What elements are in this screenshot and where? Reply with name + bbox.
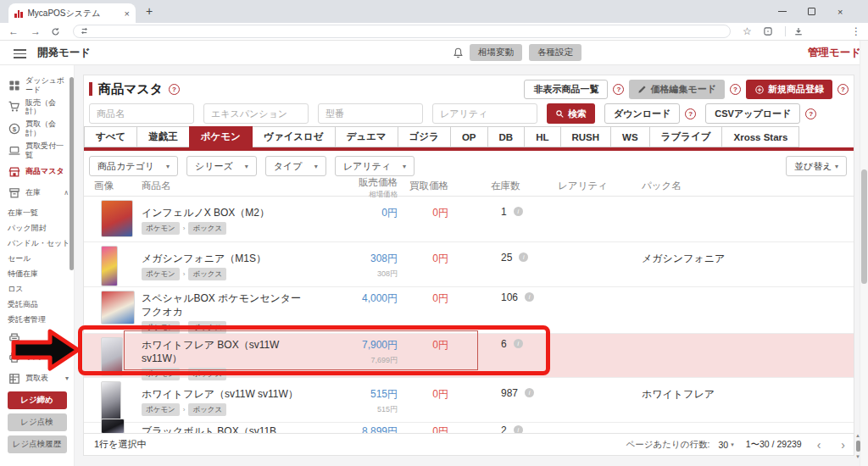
- sidebar-subitem[interactable]: 在庫一覧: [0, 205, 74, 220]
- sidebar-subitem[interactable]: 委託者管理: [0, 312, 74, 327]
- maximize-icon[interactable]: [808, 8, 815, 15]
- table-row[interactable]: ホワイトフレア BOX（sv11W sv11W）ポケモン›ボックス7,900円7…: [84, 334, 854, 378]
- market-change-button[interactable]: 相場変動: [470, 44, 522, 61]
- product-name-input[interactable]: [89, 103, 194, 124]
- sidebar-button[interactable]: レジ締め: [8, 391, 67, 409]
- help-icon[interactable]: ?: [169, 84, 180, 95]
- product-thumbnail[interactable]: [101, 381, 121, 420]
- product-thumbnail[interactable]: [101, 246, 118, 286]
- product-thumbnail[interactable]: [101, 419, 125, 434]
- model-number-input[interactable]: [318, 103, 423, 124]
- tab-Xross Stars[interactable]: Xross Stars: [721, 126, 799, 147]
- buy-price[interactable]: 0円: [432, 252, 448, 264]
- minimize-icon[interactable]: [778, 11, 787, 13]
- filter-dropdown[interactable]: 商品カテゴリ▾: [89, 156, 178, 176]
- sidebar-button[interactable]: レジ点検履歴: [8, 435, 67, 453]
- sidebar-subitem[interactable]: ロス: [0, 281, 74, 297]
- tab-OP[interactable]: OP: [450, 126, 488, 147]
- sidebar-scrollbar[interactable]: [70, 77, 74, 270]
- tab-ゴジラ[interactable]: ゴジラ: [398, 126, 451, 147]
- sidebar-item-laptop[interactable]: 買取受付一覧: [0, 141, 74, 160]
- tab-WS[interactable]: WS: [610, 126, 650, 147]
- product-thumbnail[interactable]: [101, 337, 123, 376]
- browser-tab[interactable]: MycaPOSシステム ×: [8, 3, 136, 23]
- product-name[interactable]: インフェルノX BOX（M2）: [142, 206, 337, 219]
- sell-price[interactable]: 7,900円: [337, 338, 398, 352]
- tab-デュエマ[interactable]: デュエマ: [335, 126, 398, 147]
- sidebar-subitem[interactable]: バンドル・セット: [0, 236, 74, 251]
- sell-price[interactable]: 0円: [337, 206, 398, 220]
- next-page-icon[interactable]: ›: [841, 438, 845, 452]
- table-row[interactable]: インフェルノX BOX（M2）ポケモン›ボックス0円0円1i: [84, 197, 854, 242]
- table-row[interactable]: メガシンフォニア（M1S）ポケモン›ボックス308円308円0円25iメガシンフ…: [84, 242, 854, 287]
- product-name[interactable]: メガシンフォニア（M1S）: [142, 252, 337, 265]
- settings-button[interactable]: 各種設定: [529, 44, 581, 61]
- tab-RUSH[interactable]: RUSH: [560, 126, 612, 147]
- sell-price[interactable]: 308円: [337, 252, 398, 266]
- sidebar-item-dashboard[interactable]: ダッシュボード: [0, 76, 74, 95]
- forward-icon[interactable]: →: [31, 23, 41, 40]
- sidebar-item-dollar[interactable]: $買取（会計）: [0, 119, 74, 138]
- browser-sites-icon[interactable]: [763, 23, 773, 40]
- help-icon[interactable]: ?: [613, 84, 624, 95]
- tab-遊戯王[interactable]: 遊戯王: [136, 126, 190, 147]
- info-icon[interactable]: i: [514, 207, 523, 216]
- buy-price[interactable]: 0円: [432, 207, 448, 219]
- sidebar-button[interactable]: レジ点検: [8, 413, 67, 431]
- buy-price[interactable]: 0円: [432, 292, 448, 304]
- tab-すべて[interactable]: すべて: [84, 126, 137, 147]
- page-scrollbar-thumb[interactable]: [861, 169, 867, 284]
- tab-ヴァイスロゼ[interactable]: ヴァイスロゼ: [252, 126, 336, 147]
- window-close-icon[interactable]: ×: [837, 7, 843, 17]
- expansion-input[interactable]: [203, 103, 309, 124]
- help-icon[interactable]: ?: [730, 84, 741, 95]
- info-icon[interactable]: i: [525, 388, 534, 397]
- site-settings-icon[interactable]: [80, 24, 89, 39]
- tab-ラブライブ[interactable]: ラブライブ: [649, 126, 723, 147]
- sidebar-subitem[interactable]: セール: [0, 251, 74, 266]
- new-tab-button[interactable]: +: [146, 4, 153, 18]
- sidebar-item-store[interactable]: 商品マスタ: [0, 163, 74, 180]
- table-scrollbar[interactable]: ▲ ▼: [854, 433, 861, 459]
- csv-upload-button[interactable]: CSVアップロード: [705, 103, 800, 124]
- product-name[interactable]: ホワイトフレア（sv11W sv11W）: [142, 387, 337, 401]
- sidebar-item-inventory[interactable]: 在庫∧: [0, 184, 74, 202]
- download-button[interactable]: ダウンロード: [604, 103, 680, 124]
- tab-ポケモン[interactable]: ポケモン: [189, 126, 253, 147]
- back-icon[interactable]: ←: [8, 23, 19, 40]
- refresh-icon[interactable]: [51, 23, 60, 40]
- help-icon[interactable]: ?: [805, 108, 816, 119]
- help-icon[interactable]: ?: [837, 84, 849, 95]
- rarity-input[interactable]: [432, 103, 537, 124]
- tab-HL[interactable]: HL: [524, 126, 560, 147]
- sidebar-subitem[interactable]: 受託商品: [0, 297, 74, 312]
- hidden-products-button[interactable]: 非表示商品一覧: [524, 80, 608, 99]
- info-icon[interactable]: i: [514, 339, 523, 348]
- sidebar-subitem[interactable]: 特価在庫: [0, 266, 74, 281]
- tab-DB[interactable]: DB: [487, 126, 526, 147]
- admin-mode-link[interactable]: 管理モード: [808, 41, 861, 65]
- notification-bell-icon[interactable]: [452, 47, 465, 63]
- buy-price[interactable]: 0円: [432, 339, 448, 351]
- bookmark-star-icon[interactable]: ☆: [743, 23, 752, 40]
- sort-button[interactable]: 並び替え▾: [786, 156, 847, 176]
- scroll-up-icon[interactable]: ▲: [855, 433, 860, 438]
- sell-price[interactable]: 4,000円: [337, 291, 398, 306]
- info-icon[interactable]: i: [525, 292, 534, 302]
- help-icon[interactable]: ?: [685, 108, 696, 119]
- table-row[interactable]: ホワイトフレア（sv11W sv11W）ポケモン›ボックス515円515円0円9…: [84, 378, 854, 423]
- table-row[interactable]: スペシャルBOX ポケモンセンター フクオカポケモン›ボックス4,000円0円1…: [84, 287, 854, 334]
- product-thumbnail[interactable]: [101, 291, 135, 325]
- browser-menu-icon[interactable]: ⋮: [851, 23, 861, 40]
- buy-price[interactable]: 0円: [432, 388, 448, 400]
- product-thumbnail[interactable]: [101, 200, 133, 237]
- previous-page-icon[interactable]: ‹: [817, 438, 821, 452]
- filter-dropdown[interactable]: シリーズ▾: [186, 156, 257, 176]
- sidebar-item-buytable[interactable]: 買取表▾: [0, 369, 74, 387]
- scroll-thumb[interactable]: [856, 441, 860, 452]
- address-bar[interactable]: [73, 25, 731, 38]
- new-product-button[interactable]: 新規商品登録: [746, 80, 832, 99]
- rows-per-page-select[interactable]: 30 ▾: [718, 440, 733, 450]
- tab-close-icon[interactable]: ×: [125, 8, 130, 19]
- scroll-down-icon[interactable]: ▼: [855, 454, 860, 459]
